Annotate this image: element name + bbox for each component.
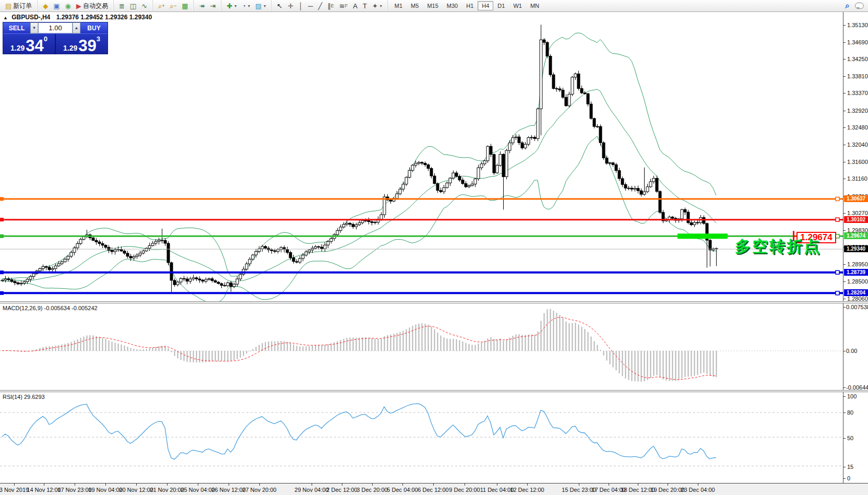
trendline-icon[interactable]: ╱	[316, 2, 325, 10]
periods-icon[interactable]: ◔▾	[239, 2, 253, 10]
volume-increase-button[interactable]: ▲	[73, 22, 80, 33]
horizontal-line-icon[interactable]: ─	[305, 2, 315, 10]
channel-icon-modifier: E	[331, 3, 334, 8]
price-tick-label: 1.31600	[847, 159, 868, 165]
time-tick	[342, 484, 342, 486]
text-label-icon[interactable]: T	[360, 2, 370, 10]
timeframe-mn[interactable]: MN	[526, 1, 543, 10]
volume-input[interactable]	[38, 22, 73, 33]
buy-price[interactable]: 1.29393	[56, 34, 108, 54]
vertical-line-icon[interactable]: │	[296, 2, 305, 10]
price-tick	[843, 179, 846, 179]
timeframe-h1[interactable]: H1	[462, 1, 478, 10]
zoom-in-icon[interactable]: ⌕+	[156, 2, 168, 10]
ohlc-values: 1.29376 1.29452 1.29326 1.29340	[56, 14, 152, 21]
time-label: 20 Nov 12:00	[119, 487, 153, 493]
time-label: 17 Nov 23:00	[57, 487, 91, 493]
time-scale[interactable]: 3 Nov 201914 Nov 12:0017 Nov 23:0019 Nov…	[0, 483, 868, 495]
chevron-down-icon: ▾	[380, 4, 382, 8]
time-tick	[167, 484, 168, 486]
sell-button[interactable]: SELL	[3, 22, 30, 33]
search-icon[interactable]: ⌕	[845, 1, 850, 10]
rsi-tick-label: 50	[847, 435, 853, 441]
new-order-button[interactable]: ▤新订单	[3, 1, 34, 11]
time-tick	[44, 484, 44, 486]
time-label: 3 Dec 20:00	[356, 487, 387, 493]
price-tick-label: 1.30270	[847, 210, 868, 216]
signals-icon[interactable]: ◉	[63, 2, 74, 10]
fibonacci-icon-modifier: F	[345, 3, 348, 8]
pane-separator[interactable]	[0, 390, 868, 392]
macd-tick	[843, 307, 846, 308]
buy-button[interactable]: BUY	[80, 22, 108, 33]
macd-tick-label: 0.00	[846, 348, 857, 354]
macd-tick-label: 0.007538	[846, 304, 868, 310]
time-label: 9 Dec 20:00	[449, 487, 480, 493]
price-tick	[843, 213, 846, 214]
pane-separator[interactable]	[0, 301, 868, 303]
price-tick-label: 1.33810	[847, 73, 868, 79]
profiles-icon[interactable]: ◆	[40, 2, 51, 10]
collapse-arrow-icon[interactable]: ▲	[3, 15, 8, 20]
timeframe-h4[interactable]: H4	[478, 1, 493, 10]
crosshair-icon[interactable]: ✛	[285, 2, 296, 10]
chat-icon[interactable]	[855, 3, 864, 9]
autotrading-icon: ▶	[76, 3, 81, 9]
autotrading-button[interactable]: ▶自动交易	[74, 1, 111, 11]
rsi-tick	[843, 467, 846, 467]
time-label: 11 Dec 04:00	[480, 487, 514, 493]
candlestick-chart-icon[interactable]: ◫	[127, 2, 139, 10]
fibonacci-icon[interactable]: ≋F	[337, 2, 350, 10]
zoom-in-icon-modifier: +	[162, 3, 164, 8]
timeframe-d1[interactable]: D1	[493, 1, 509, 10]
sell-price[interactable]: 1.29340	[3, 34, 56, 54]
price-tick-label: 1.32920	[847, 108, 868, 114]
time-label: 3 Nov 2019	[0, 487, 29, 493]
chinese-annotation[interactable]: 多空转折点	[735, 236, 821, 257]
add-indicator-icon[interactable]: ✚▾	[224, 2, 239, 10]
profiles-icon: ◆	[43, 3, 48, 9]
rsi-tick-label: 15	[847, 464, 853, 470]
time-label: 14 Nov 12:00	[27, 487, 61, 493]
price-chart[interactable]	[0, 11, 843, 301]
time-tick	[465, 484, 465, 486]
auto-scroll-icon[interactable]: ↠	[196, 2, 207, 10]
volume-decrease-button[interactable]: ▼	[30, 22, 38, 33]
time-tick	[433, 484, 434, 486]
template-icon[interactable]: ▨▾	[253, 2, 268, 10]
text-icon: A	[353, 3, 358, 9]
timeframe-m5[interactable]: M5	[407, 1, 423, 10]
timeframe-m30[interactable]: M30	[443, 1, 462, 10]
price-tag: 1.29674	[844, 232, 868, 239]
macd-pane[interactable]	[0, 303, 843, 390]
time-label: 2 Dec 12:00	[326, 487, 357, 493]
time-label: 19 Nov 04:00	[88, 487, 122, 493]
tile-windows-icon[interactable]: ▦	[179, 2, 191, 10]
toolbar-group: ⌕+⌕−▦	[152, 0, 193, 11]
text-icon[interactable]: A	[350, 2, 360, 10]
price-tick	[843, 230, 846, 231]
arrows-icon[interactable]: ✦▾	[370, 2, 385, 10]
zoom-out-icon[interactable]: ⌕−	[168, 2, 180, 10]
price-tag: 1.28739	[844, 269, 868, 276]
timeframe-w1[interactable]: W1	[509, 1, 526, 10]
arrows-icon: ✦	[372, 3, 378, 9]
timeframe-m15[interactable]: M15	[423, 1, 442, 10]
price-scale[interactable]: 1.351301.346901.342501.338101.333701.329…	[843, 11, 868, 483]
rsi-pane[interactable]	[0, 392, 843, 483]
chart-shift-icon[interactable]: ⇥	[207, 2, 218, 10]
price-tick	[843, 162, 846, 162]
line-chart-icon[interactable]: ∿	[139, 2, 150, 10]
price-tick	[843, 111, 846, 111]
toolbar: ▤新订单◆▣◉▶自动交易≣◫∿⌕+⌕−▦↠⇥✚▾◔▾▨▾↖✛│─╱∥E≋FAT✦…	[0, 0, 868, 12]
bar-chart-icon[interactable]: ≣	[116, 2, 127, 10]
periods-icon: ◔	[242, 3, 246, 9]
market-watch-icon[interactable]: ▣	[51, 2, 62, 10]
cursor-icon[interactable]: ↖	[274, 2, 285, 10]
add-indicator-icon: ✚	[227, 3, 232, 9]
channel-icon[interactable]: ∥E	[325, 2, 337, 10]
time-tick	[497, 484, 497, 486]
time-label: 27 Nov 20:00	[242, 487, 276, 493]
timeframe-m1[interactable]: M1	[390, 1, 407, 10]
time-label: 21 Nov 20:00	[150, 487, 184, 493]
